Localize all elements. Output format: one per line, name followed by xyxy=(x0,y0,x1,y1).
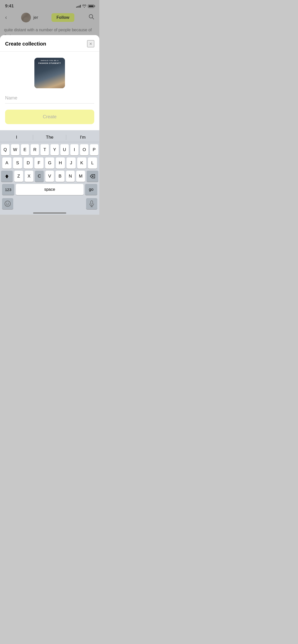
key-i[interactable]: I xyxy=(70,144,79,155)
key-r[interactable]: R xyxy=(31,144,39,155)
preview-text: SHOULD YOU BE A FASHION STUDENT? xyxy=(34,60,65,65)
svg-point-5 xyxy=(6,203,7,204)
key-d[interactable]: D xyxy=(24,157,33,169)
key-k[interactable]: K xyxy=(77,157,86,169)
space-key[interactable]: space xyxy=(16,184,84,195)
modal-body: SHOULD YOU BE A FASHION STUDENT? Create xyxy=(0,52,99,130)
keyboard-suggestions: I The I'm xyxy=(0,132,99,142)
key-g[interactable]: G xyxy=(45,157,54,169)
key-y[interactable]: Y xyxy=(50,144,59,155)
key-v[interactable]: V xyxy=(45,171,54,182)
svg-point-6 xyxy=(8,203,9,204)
key-n[interactable]: N xyxy=(66,171,75,182)
key-row-1: Q W E R T Y U I O P xyxy=(1,144,98,155)
suggestion-the[interactable]: The xyxy=(33,134,66,140)
keyboard-rows: Q W E R T Y U I O P A S D F G H J K xyxy=(0,142,99,197)
key-h[interactable]: H xyxy=(56,157,65,169)
key-u[interactable]: U xyxy=(60,144,69,155)
key-q[interactable]: Q xyxy=(1,144,9,155)
shift-key[interactable] xyxy=(1,171,13,182)
mic-key[interactable] xyxy=(86,198,97,209)
modal-title: Create collection xyxy=(5,41,46,47)
key-t[interactable]: T xyxy=(40,144,49,155)
emoji-key[interactable] xyxy=(2,198,13,209)
key-row-2: A S D F G H J K L xyxy=(1,157,98,169)
name-input[interactable] xyxy=(5,95,94,101)
key-f[interactable]: F xyxy=(34,157,44,169)
svg-point-4 xyxy=(5,201,10,207)
modal-header: Create collection × xyxy=(0,35,99,52)
keyboard-bottom-row: 123 space go xyxy=(1,184,98,196)
home-bar xyxy=(33,212,66,214)
key-o[interactable]: O xyxy=(80,144,88,155)
suggestion-im[interactable]: I'm xyxy=(66,134,99,140)
key-p[interactable]: P xyxy=(90,144,98,155)
image-preview: SHOULD YOU BE A FASHION STUDENT? xyxy=(5,58,94,88)
svg-rect-7 xyxy=(91,201,93,204)
go-key[interactable]: go xyxy=(85,184,97,195)
key-w[interactable]: W xyxy=(11,144,19,155)
key-z[interactable]: Z xyxy=(14,171,23,182)
name-input-container xyxy=(5,95,94,104)
key-s[interactable]: S xyxy=(13,157,22,169)
key-c[interactable]: C xyxy=(35,171,44,182)
key-m[interactable]: M xyxy=(76,171,85,182)
close-button[interactable]: × xyxy=(87,40,94,47)
key-l[interactable]: L xyxy=(88,157,97,169)
create-button[interactable]: Create xyxy=(5,110,94,124)
backspace-key[interactable] xyxy=(87,171,98,182)
key-x[interactable]: X xyxy=(25,171,34,182)
suggestion-i[interactable]: I xyxy=(0,134,33,140)
key-e[interactable]: E xyxy=(21,144,29,155)
key-row-3: Z X C V B N M xyxy=(1,171,98,182)
key-j[interactable]: J xyxy=(66,157,76,169)
nums-key[interactable]: 123 xyxy=(2,184,14,195)
key-a[interactable]: A xyxy=(2,157,11,169)
keyboard: I The I'm Q W E R T Y U I O P A S D xyxy=(0,130,99,215)
modal-sheet: Create collection × SHOULD YOU BE A FASH… xyxy=(0,35,99,215)
emoji-mic-row xyxy=(0,197,99,210)
key-b[interactable]: B xyxy=(56,171,64,182)
preview-image: SHOULD YOU BE A FASHION STUDENT? xyxy=(34,58,65,88)
home-indicator xyxy=(0,210,99,215)
